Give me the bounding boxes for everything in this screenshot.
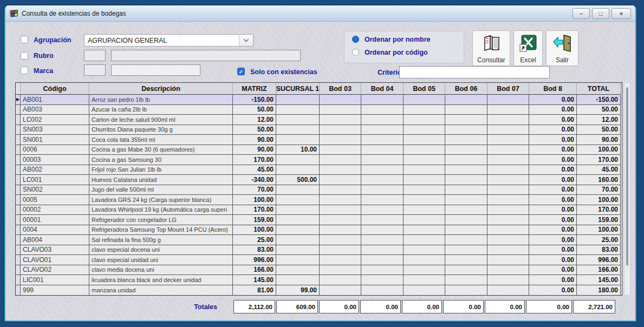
row-selector[interactable] xyxy=(16,135,21,145)
row-selector[interactable] xyxy=(16,165,21,175)
table-row[interactable]: 999manzana unidad81.0099.000.00180.00 xyxy=(16,285,622,296)
column-header-bod-05[interactable]: Bod 05 xyxy=(404,83,445,95)
table-row[interactable]: LC001Huevos Catalana unidad-340.00500.00… xyxy=(16,175,622,185)
cell-sucursal1 xyxy=(276,125,320,135)
table-row[interactable]: AB002Frijol rojo San Julian 1lb lb45.000… xyxy=(16,165,622,175)
cell-sucursal1 xyxy=(276,185,320,195)
table-row[interactable]: 0005Lavadora GRS 24 kg (Carga superior b… xyxy=(16,195,622,205)
rubro-code-field[interactable] xyxy=(84,50,106,61)
cell-matriz: 100.00 xyxy=(233,225,276,236)
row-selector[interactable]: ▶ xyxy=(16,95,21,105)
row-selector[interactable] xyxy=(16,105,21,115)
row-selector[interactable] xyxy=(16,205,21,215)
maximize-button[interactable]: □ xyxy=(592,8,609,19)
table-row[interactable]: CLAVO02clavo media docena uni166.000.001… xyxy=(16,265,622,276)
column-header-bod-06[interactable]: Bod 06 xyxy=(445,83,487,95)
agrupacion-checkbox[interactable] xyxy=(21,36,28,43)
column-header-bod-03[interactable]: Bod 03 xyxy=(320,83,361,95)
agrupacion-dropdown-button[interactable] xyxy=(239,35,253,46)
cell-bod04 xyxy=(361,165,404,175)
table-scrollbar-thumb[interactable] xyxy=(626,87,628,266)
row-selector[interactable] xyxy=(16,125,21,135)
criterio-label: Criterio xyxy=(378,69,401,76)
cell-bod05 xyxy=(404,135,445,145)
table-row[interactable]: SN003Churritos Diana paquete 30g g50.000… xyxy=(16,125,622,135)
row-selector[interactable] xyxy=(16,155,21,165)
table-row[interactable]: SN002Jugo del valle 500ml ml70.000.0070.… xyxy=(16,185,622,195)
table-row[interactable]: 00003Cocina a gas Samsung 30170.000.0017… xyxy=(16,155,622,165)
table-row[interactable]: CLAVO01clavo especial unidad uni996.000.… xyxy=(16,255,622,265)
row-selector[interactable] xyxy=(16,225,21,236)
cell-codigo: LC002 xyxy=(21,115,89,125)
row-selector[interactable] xyxy=(16,185,21,195)
table-row[interactable]: 0004Refrigeradora Samsung Top Mount 14 P… xyxy=(16,225,622,236)
cell-sucursal1 xyxy=(276,95,320,105)
cell-bod04 xyxy=(361,145,404,155)
excel-button[interactable]: Excel xyxy=(513,30,543,66)
cell-bod05 xyxy=(404,145,445,155)
row-selector[interactable] xyxy=(16,275,21,285)
row-selector[interactable] xyxy=(16,115,21,125)
cell-bod04 xyxy=(361,95,404,105)
ordenar-nombre-radio[interactable] xyxy=(352,36,359,43)
column-header-bod-04[interactable]: Bod 04 xyxy=(361,83,404,95)
excel-button-label: Excel xyxy=(520,56,536,64)
row-selector[interactable] xyxy=(16,245,21,256)
table-row[interactable]: LIC001licuadora blanca black and decker … xyxy=(16,275,622,285)
table-row[interactable]: LC002Carton de leche salud 900ml ml12.00… xyxy=(16,115,622,125)
consultar-button[interactable]: Consultar xyxy=(472,30,510,66)
cell-descripcion: Refrigeradora Samsung Top Mount 14 PCU (… xyxy=(89,225,233,236)
cell-bod04 xyxy=(361,235,404,245)
column-header-bod-8[interactable]: Bod 8 xyxy=(529,83,577,95)
column-header-total[interactable]: TOTAL xyxy=(577,83,621,95)
row-selector[interactable] xyxy=(16,235,21,245)
cell-matriz: 25.00 xyxy=(233,235,276,245)
cell-bod04 xyxy=(361,225,404,236)
cell-sucursal1 xyxy=(276,215,320,225)
minimize-button[interactable]: – xyxy=(573,8,590,19)
row-selector[interactable] xyxy=(16,265,21,276)
table-scrollbar[interactable] xyxy=(624,82,630,296)
cell-total: 166.00 xyxy=(577,265,621,276)
agrupacion-select[interactable]: AGRUPACION GENERAL xyxy=(84,34,253,47)
cell-bod8: 0.00 xyxy=(529,235,577,245)
column-header-bod-07[interactable]: Bod 07 xyxy=(487,83,529,95)
solo-existencias-checkbox[interactable]: ✓ xyxy=(237,68,245,75)
row-selector[interactable] xyxy=(16,255,21,265)
title-bar[interactable]: Consulta de existencias de bodegas – □ × xyxy=(5,5,635,22)
row-selector[interactable] xyxy=(16,285,21,296)
row-selector[interactable] xyxy=(16,195,21,205)
rubro-name-field[interactable] xyxy=(111,50,301,61)
row-selector[interactable] xyxy=(16,145,21,155)
table-row[interactable]: AB003Azucar la caña 2lb lb50.000.0050.00 xyxy=(16,105,622,115)
marca-code-field[interactable] xyxy=(84,64,106,76)
app-window: Consulta de existencias de bodegas – □ ×… xyxy=(4,5,636,322)
table-row[interactable]: ▶AB001Arroz san pedro 1lb lb-150.000.00-… xyxy=(16,95,622,105)
column-header-matriz[interactable]: MATRIZ xyxy=(233,83,276,95)
criterio-input[interactable] xyxy=(399,66,550,79)
table-row[interactable]: 00002Lavadora Whirlpool 19 kg (Automátic… xyxy=(16,205,622,215)
rubro-checkbox[interactable] xyxy=(21,52,28,60)
column-header-sucursal-1[interactable]: SUCURSAL 1 xyxy=(276,83,320,95)
row-selector[interactable] xyxy=(16,215,21,225)
ordenar-codigo-radio[interactable] xyxy=(352,49,359,56)
column-header-código[interactable]: Código xyxy=(21,83,89,95)
table-row[interactable]: AB004Sal refinada la fina 500g g25.000.0… xyxy=(16,235,622,245)
column-header-descripción[interactable]: Descripción xyxy=(89,83,233,95)
table-row[interactable]: CLAVO03clavo especial docena uni83.000.0… xyxy=(16,245,622,256)
cell-bod03 xyxy=(320,285,361,296)
cell-descripcion: Refrigerador con congelador LG xyxy=(89,215,233,225)
agrupacion-selected-value: AGRUPACION GENERAL xyxy=(84,37,239,44)
marca-label: Marca xyxy=(34,67,53,75)
table-row[interactable]: 00001Refrigerador con congelador LG159.0… xyxy=(16,215,622,225)
marca-checkbox[interactable] xyxy=(21,67,28,74)
table-row[interactable]: 0006Cocina a gas Mabe 30 (6 quemadores)9… xyxy=(16,145,622,155)
marca-name-field[interactable] xyxy=(111,64,200,76)
cell-descripcion: Huevos Catalana unidad xyxy=(89,175,233,185)
row-selector[interactable] xyxy=(16,175,21,185)
close-button[interactable]: × xyxy=(612,8,631,19)
total-bod05: 0.00 xyxy=(402,300,442,313)
salir-button[interactable]: Salir xyxy=(546,30,578,66)
table-row[interactable]: SN001Coca cola lata 355ml ml90.000.0090.… xyxy=(16,135,622,145)
cell-bod05 xyxy=(404,215,445,225)
